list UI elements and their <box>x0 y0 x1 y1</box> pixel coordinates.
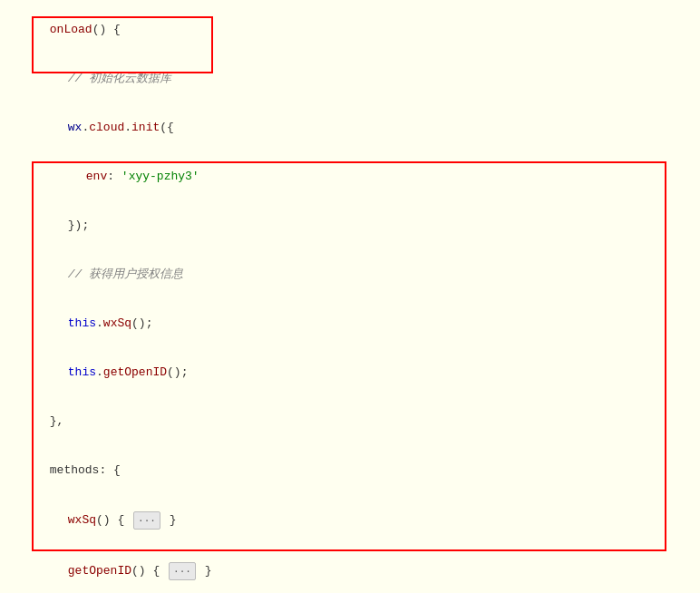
collapsed-placeholder[interactable]: ··· <box>133 511 160 530</box>
token: () { <box>92 23 121 36</box>
code-line-6: // 获得用户授权信息 <box>0 250 700 299</box>
code-line-1: onLoad() { <box>0 5 700 54</box>
code-line-4: env: 'xyy-pzhy3' <box>0 152 700 201</box>
code-line-11: wxSq() { ··· } <box>0 495 700 546</box>
code-line-8: this.getOpenID(); <box>0 348 700 397</box>
code-line-12: getOpenID() { ··· } <box>0 546 700 593</box>
token: onLoad <box>50 23 92 36</box>
code-line-3: wx.cloud.init({ <box>0 103 700 152</box>
code-line-5: }); <box>0 201 700 250</box>
code-editor: onLoad() { // 初始化云数据库 wx.cloud.init({ en… <box>0 0 700 593</box>
collapsed-placeholder-2[interactable]: ··· <box>169 562 196 580</box>
code-line-10: methods: { <box>0 446 700 495</box>
code-line-7: this.wxSq(); <box>0 299 700 348</box>
token: wx <box>68 121 83 134</box>
code-line-2: // 初始化云数据库 <box>0 54 700 103</box>
token: // 初始化云数据库 <box>68 72 171 85</box>
code-line-9: }, <box>0 397 700 446</box>
